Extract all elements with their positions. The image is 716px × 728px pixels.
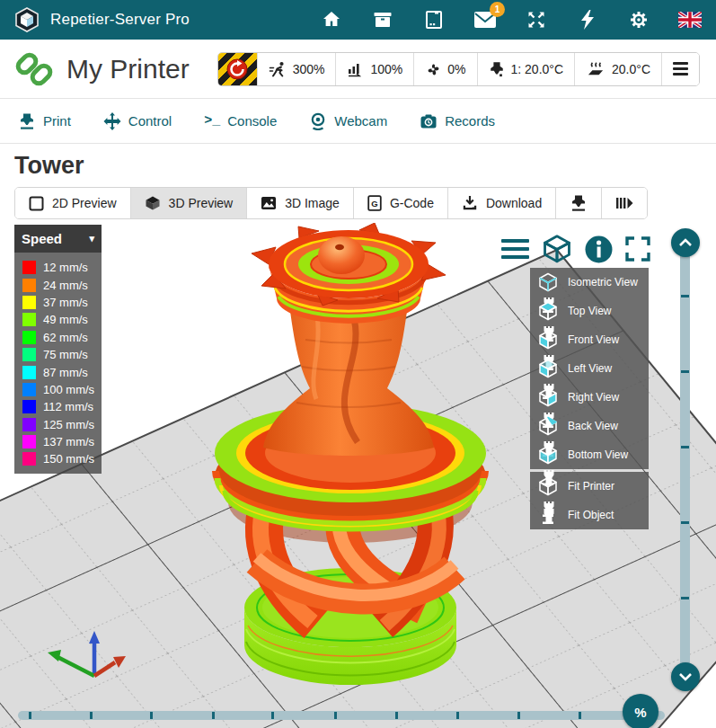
view-cube-button[interactable] <box>541 234 573 264</box>
legend-title: Speed <box>22 231 62 246</box>
layer-up-button[interactable] <box>671 228 700 257</box>
legend-color-swatch <box>22 400 36 413</box>
legend-item-label: 12 mm/s <box>43 261 88 274</box>
legend-color-swatch <box>22 348 36 361</box>
legend-item-label: 87 mm/s <box>43 366 88 379</box>
layer-slider-vertical[interactable] <box>680 243 690 677</box>
print-progress-slider[interactable] <box>18 711 665 720</box>
view-menu-item[interactable]: Isometric View <box>530 268 649 297</box>
fan-button[interactable]: 0% <box>414 53 477 85</box>
tab-control-label: Control <box>128 113 172 129</box>
fan-icon <box>425 61 441 77</box>
emergency-stop-button[interactable] <box>218 53 258 85</box>
view-cube-icon <box>537 271 559 293</box>
printer-menu-button[interactable] <box>662 53 699 85</box>
view-menu-item-label: Isometric View <box>568 276 638 289</box>
view-menu-item[interactable]: Front View <box>530 325 649 354</box>
mail-badge: 1 <box>490 2 505 17</box>
percent-mode-button[interactable]: % <box>623 694 659 728</box>
view-cube-icon <box>537 386 559 408</box>
bed-temp-button[interactable]: 20.0°C <box>575 53 662 85</box>
view-menu: Isometric View Top View <box>530 268 649 529</box>
tab-webcam[interactable]: Webcam <box>309 112 387 130</box>
model-tower <box>215 223 486 685</box>
view-cube-icon <box>537 444 559 466</box>
tab-console-label: Console <box>227 113 277 129</box>
subtab-gcode[interactable]: G G-Code <box>354 188 448 218</box>
view-menu-item-label: Left View <box>568 362 612 375</box>
legend-item: 75 mm/s <box>14 346 102 363</box>
extruder-icon <box>489 61 505 77</box>
legend-item: 12 mm/s <box>14 259 102 276</box>
legend-item: 125 mm/s <box>14 416 102 433</box>
top-navbar: Repetier-Server Pro 1 <box>0 0 716 40</box>
info-icon <box>585 235 613 263</box>
power-bolt-icon[interactable] <box>576 8 599 31</box>
gcode-file-icon: G <box>367 195 382 211</box>
layers-menu-button[interactable] <box>501 239 529 259</box>
legend-item: 112 mm/s <box>14 398 102 415</box>
legend-item: 150 mm/s <box>14 450 102 467</box>
subtab-layer-play-button[interactable] <box>602 188 647 218</box>
legend-color-swatch <box>22 331 36 344</box>
legend-color-swatch <box>22 261 36 274</box>
navbar-icons: 1 <box>320 8 702 31</box>
legend-item-label: 125 mm/s <box>43 418 94 431</box>
home-icon[interactable] <box>320 8 343 31</box>
view-menu-item[interactable]: Back View <box>530 412 649 440</box>
app-logo-icon[interactable] <box>14 7 40 32</box>
speed-multiplier-button[interactable]: 300% <box>258 53 337 85</box>
view-cube-icon <box>537 329 559 351</box>
console-icon: >_ <box>204 113 220 129</box>
layer-down-button[interactable] <box>671 662 700 691</box>
print-icon <box>18 112 36 130</box>
tab-records[interactable]: Records <box>420 112 495 130</box>
fullscreen-brackets-icon <box>624 235 651 262</box>
view-menu-item[interactable]: Bottom View <box>530 440 649 469</box>
extruder-temp-value: 1: 20.0°C <box>511 62 564 76</box>
view-cube-icon <box>537 475 559 497</box>
legend-item-label: 24 mm/s <box>43 279 88 292</box>
subtab-2d-preview[interactable]: 2D Preview <box>15 188 131 218</box>
fullscreen-button[interactable] <box>624 235 651 262</box>
app-title: Repetier-Server Pro <box>50 11 190 29</box>
preview-mode-tabs: 2D Preview 3D Preview 3D Image G G-Code … <box>14 187 648 219</box>
subtab-3d-preview[interactable]: 3D Preview <box>131 188 248 218</box>
manual-book-icon[interactable] <box>422 8 446 31</box>
legend-color-swatch <box>22 296 36 309</box>
connection-link-icon <box>14 49 54 89</box>
chevron-up-icon <box>676 237 694 248</box>
view-menu-item[interactable]: Right View <box>530 383 649 412</box>
subtab-3d-image[interactable]: 3D Image <box>247 188 354 218</box>
view-menu-item[interactable]: Left View <box>530 354 649 383</box>
view-menu-item[interactable]: Fit Object <box>530 501 649 529</box>
page-title: Tower <box>0 144 716 183</box>
legend-item: 100 mm/s <box>14 381 102 398</box>
messages-mail-icon[interactable]: 1 <box>473 8 497 31</box>
view-cube-icon <box>537 358 559 379</box>
flow-multiplier-button[interactable]: 100% <box>336 53 414 85</box>
info-button[interactable] <box>585 235 613 263</box>
tab-print-label: Print <box>43 113 71 129</box>
print-queue-box-icon[interactable] <box>371 8 394 31</box>
subtab-download[interactable]: Download <box>448 188 556 218</box>
view-cube-icon <box>537 415 559 437</box>
move-arrows-icon <box>103 112 121 130</box>
webcam-icon <box>309 112 327 130</box>
subtab-print-this-button[interactable] <box>556 188 602 218</box>
gcode-3d-viewport[interactable]: Speed ▾ 12 mm/s 24 mm/s 37 mm/s 49 mm/s … <box>0 223 716 728</box>
legend-color-swatch <box>22 313 36 326</box>
view-cube-icon <box>537 300 559 322</box>
extruder-temp-button[interactable]: 1: 20.0°C <box>478 53 576 85</box>
view-menu-item[interactable]: Top View <box>530 297 649 325</box>
legend-color-swatch <box>22 418 36 431</box>
tab-control[interactable]: Control <box>103 112 172 130</box>
download-icon <box>462 195 478 211</box>
settings-gear-icon[interactable] <box>627 8 650 31</box>
tab-console[interactable]: >_ Console <box>204 113 277 129</box>
language-flag-icon[interactable] <box>678 8 702 31</box>
expand-arrows-icon[interactable] <box>525 8 548 31</box>
tab-print[interactable]: Print <box>18 112 71 130</box>
legend-mode-dropdown[interactable]: Speed ▾ <box>14 225 102 253</box>
view-menu-item[interactable]: Fit Printer <box>530 472 649 501</box>
